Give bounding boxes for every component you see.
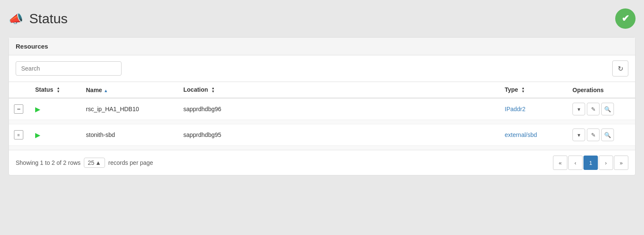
row2-status-cell: ▶ xyxy=(30,124,81,146)
resources-panel-header: Resources xyxy=(9,38,635,55)
table-row: ≡ ▶ stonith-sbd sapprdhdbg95 external/sb… xyxy=(9,124,635,146)
row2-dropdown-button[interactable]: ▾ xyxy=(572,128,585,141)
col-header-expand xyxy=(9,82,30,98)
row2-expand-button[interactable]: ≡ xyxy=(14,130,23,139)
row1-expand-button[interactable]: − xyxy=(14,104,23,114)
status-ok-icon: ✔ xyxy=(615,8,636,29)
row2-location-cell: sapprdhdbg95 xyxy=(178,124,500,146)
pagination-info: Showing 1 to 2 of 2 rows 25 ▲ records pe… xyxy=(16,158,153,168)
col-header-status[interactable]: Status ▲ ▼ xyxy=(30,82,81,98)
row2-type-link[interactable]: external/sbd xyxy=(505,131,537,138)
current-page-button[interactable]: 1 xyxy=(583,156,598,170)
row2-name-cell: stonith-sbd xyxy=(81,124,178,146)
row1-type-link[interactable]: IPaddr2 xyxy=(505,106,525,112)
name-sort-active-icon: ▲ xyxy=(104,88,108,93)
row1-type-cell: IPaddr2 xyxy=(500,98,567,120)
last-page-button[interactable]: » xyxy=(614,156,628,170)
row2-location: sapprdhdbg95 xyxy=(183,131,221,138)
per-page-select[interactable]: 25 ▲ xyxy=(84,158,105,168)
per-page-label: records per page xyxy=(108,159,153,166)
table-row: − ▶ rsc_ip_HA1_HDB10 sapprdhdbg96 IPaddr… xyxy=(9,98,635,120)
row1-child-spacer xyxy=(9,120,635,124)
toolbar: ↻ xyxy=(9,55,635,82)
page-title-area: 📣 Status xyxy=(8,11,68,27)
row1-location: sapprdhdbg96 xyxy=(183,106,221,112)
col-header-operations: Operations xyxy=(567,82,635,98)
col-header-location[interactable]: Location ▲ ▼ xyxy=(178,82,500,98)
row1-search-button[interactable]: 🔍 xyxy=(601,103,614,115)
row1-status-play-icon: ▶ xyxy=(35,106,40,113)
row1-expand-cell: − xyxy=(9,98,30,120)
first-page-button[interactable]: « xyxy=(553,156,567,170)
megaphone-icon: 📣 xyxy=(8,12,23,26)
row2-edit-button[interactable]: ✎ xyxy=(587,128,600,141)
search-input[interactable] xyxy=(16,61,122,76)
resources-panel: Resources ↻ Status ▲ ▼ Name ▲ xyxy=(8,37,636,175)
resources-table: Status ▲ ▼ Name ▲ Location ▲ ▼ xyxy=(9,82,635,150)
location-sort-icon: ▲ ▼ xyxy=(211,87,215,93)
pagination-area: Showing 1 to 2 of 2 rows 25 ▲ records pe… xyxy=(9,150,635,175)
row1-ops-cell: ▾ ✎ 🔍 xyxy=(567,98,635,120)
showing-text: Showing 1 to 2 of 2 rows xyxy=(16,159,80,166)
row2-child-spacer xyxy=(9,146,635,150)
pagination-buttons: « ‹ 1 › » xyxy=(553,156,628,170)
col-header-type[interactable]: Type ▲ ▼ xyxy=(500,82,567,98)
row2-ops-cell: ▾ ✎ 🔍 xyxy=(567,124,635,146)
table-header-row: Status ▲ ▼ Name ▲ Location ▲ ▼ xyxy=(9,82,635,98)
col-header-name[interactable]: Name ▲ xyxy=(81,82,178,98)
page-title: Status xyxy=(29,11,68,27)
page-header: 📣 Status ✔ xyxy=(8,8,636,29)
row1-name-cell: rsc_ip_HA1_HDB10 xyxy=(81,98,178,120)
row2-type-cell: external/sbd xyxy=(500,124,567,146)
row2-expand-cell: ≡ xyxy=(9,124,30,146)
row2-search-button[interactable]: 🔍 xyxy=(601,128,614,141)
next-page-button[interactable]: › xyxy=(599,156,613,170)
status-sort-icon: ▲ ▼ xyxy=(57,87,60,93)
refresh-button[interactable]: ↻ xyxy=(612,60,628,77)
row2-name: stonith-sbd xyxy=(86,131,115,138)
row1-status-cell: ▶ xyxy=(30,98,81,120)
per-page-value: 25 xyxy=(88,159,94,166)
row1-edit-button[interactable]: ✎ xyxy=(587,103,600,115)
type-sort-icon: ▲ ▼ xyxy=(522,87,525,93)
row1-location-cell: sapprdhdbg96 xyxy=(178,98,500,120)
per-page-arrow-icon: ▲ xyxy=(95,159,101,166)
prev-page-button[interactable]: ‹ xyxy=(568,156,583,170)
row1-name: rsc_ip_HA1_HDB10 xyxy=(86,106,139,112)
row1-dropdown-button[interactable]: ▾ xyxy=(572,103,585,115)
row2-status-play-icon: ▶ xyxy=(35,131,40,139)
